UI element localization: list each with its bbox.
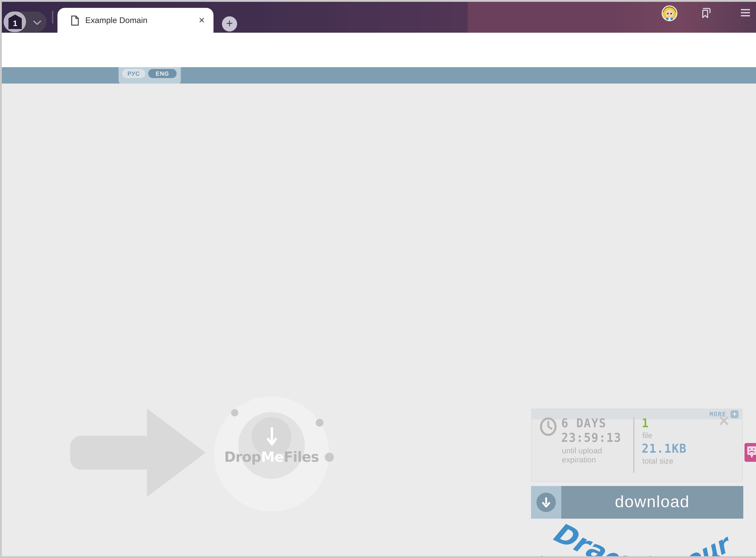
upload-info-panel: 6 DAYS 23:59:13 until upload expiration … <box>531 408 743 482</box>
toolbar: ← Я ↻ example.com Example Domain ⋮ <box>2 33 756 67</box>
tab-title: Example Domain <box>85 8 147 33</box>
upload-arrow-graphic <box>70 436 155 470</box>
tab-groups-button[interactable]: 1 <box>4 11 47 32</box>
page-icon <box>71 15 79 26</box>
more-plus-icon[interactable]: + <box>731 410 738 418</box>
tab-count: 1 <box>13 16 18 28</box>
menu-icon[interactable] <box>741 9 750 18</box>
drag-hint-arrow <box>537 548 734 556</box>
download-button-label[interactable]: download <box>561 486 743 519</box>
logo-dot <box>316 419 324 427</box>
panel-divider <box>633 417 634 473</box>
total-size: 21.1KB <box>642 441 687 455</box>
logo-files: Files <box>284 449 319 465</box>
page-body: DropMeFiles 6 DAYS 23:59:13 until upload… <box>2 83 756 556</box>
drop-arrow-icon <box>267 426 277 448</box>
lang-rus-button[interactable]: РУС <box>122 69 145 78</box>
tabbar-divider <box>52 11 53 24</box>
download-circle <box>537 492 556 512</box>
active-tab[interactable]: Example Domain ✕ <box>57 8 214 33</box>
total-size-label: total size <box>642 456 673 465</box>
expiry-label-2: expiration <box>562 455 596 464</box>
download-arrow-icon <box>542 497 550 508</box>
logo-dot <box>231 409 238 416</box>
upload-arrow-head <box>147 408 206 497</box>
lang-eng-button[interactable]: ENG <box>148 69 177 78</box>
chevron-down-icon[interactable] <box>33 20 42 25</box>
browser-window: 1 Example Domain ✕ + <box>2 2 756 556</box>
tab-close-icon[interactable]: ✕ <box>198 8 205 33</box>
new-tab-button[interactable]: + <box>222 16 237 31</box>
download-button-icon-cell[interactable] <box>531 486 561 519</box>
tab-bar: 1 Example Domain ✕ + <box>2 2 756 33</box>
dropmefiles-logo: DropMeFiles <box>214 449 329 465</box>
site-header-strip <box>2 67 756 83</box>
panels-icon[interactable] <box>700 7 712 19</box>
tab-groups-icon: 1 <box>8 15 22 29</box>
complaint-badge[interactable] <box>745 443 756 462</box>
clock-icon <box>539 417 557 436</box>
expiry-label-1: until upload <box>562 446 602 455</box>
tab-counter: 1 <box>4 11 26 32</box>
file-count-label: file <box>642 431 652 440</box>
screenshot-frame: 1 Example Domain ✕ + <box>0 0 756 558</box>
sad-face-bubble-icon <box>747 446 756 459</box>
more-label[interactable]: MORE <box>709 409 726 420</box>
logo-drop: Drop <box>224 449 261 465</box>
expiry-days: 6 DAYS <box>561 416 606 430</box>
logo-me: Me <box>261 449 284 465</box>
expiry-countdown: 23:59:13 <box>561 430 621 444</box>
file-count: 1 <box>642 416 649 430</box>
language-switcher: РУС ENG <box>118 67 181 86</box>
download-button[interactable]: download <box>531 486 743 519</box>
avatar[interactable] <box>662 5 677 21</box>
